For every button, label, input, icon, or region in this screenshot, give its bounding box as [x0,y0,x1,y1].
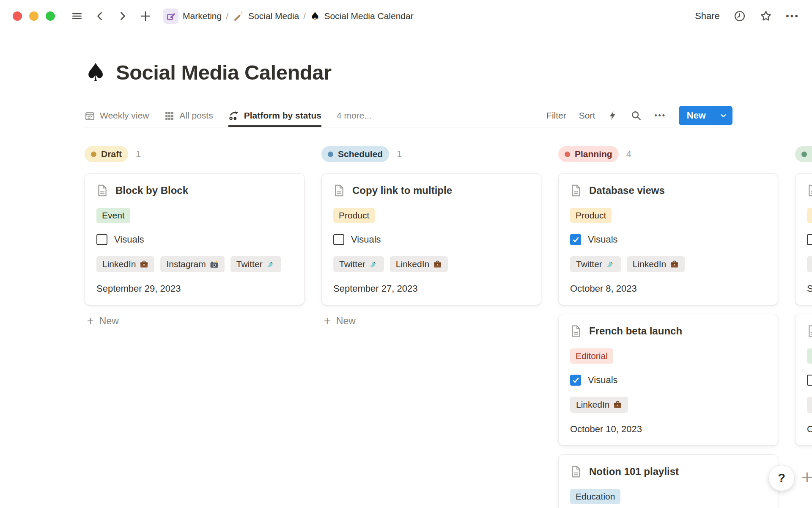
edge-add-button[interactable]: + [801,466,812,489]
column-count: 1 [397,149,402,160]
plus-icon: + [324,315,331,327]
visuals-checkbox[interactable] [570,375,581,386]
card-partial[interactable]: S [795,173,812,305]
add-card-button[interactable]: + New [321,314,541,329]
column-draft: Draft 1 Block by Block Event Visuals [85,146,304,329]
status-label: Draft [101,149,122,159]
page-icon [807,184,812,197]
page-icon [96,184,108,197]
status-pill[interactable]: Draft [85,146,128,162]
breadcrumb-label: Marketing [183,11,222,21]
status-pill[interactable] [795,146,812,162]
status-dot [565,152,570,157]
chevron-down-icon[interactable] [714,106,732,125]
page-icon [570,465,582,478]
checkbox-label: Visuals [588,234,618,245]
new-page-icon[interactable] [140,10,151,22]
toolbar-actions: Filter Sort ••• New [546,104,732,127]
bird-icon [369,260,378,269]
briefcase-icon [433,260,442,269]
tab-all-posts[interactable]: All posts [164,104,213,127]
card-date: O [807,424,812,435]
card-database-views[interactable]: Database views Product Visuals Twitter L… [558,173,778,305]
visuals-checkbox[interactable] [96,234,107,245]
breadcrumb-label: Social Media Calendar [324,11,413,21]
tab-weekly-view[interactable]: Weekly view [85,104,149,127]
page-icon [807,325,812,337]
card-date: S [807,283,812,294]
card-french-beta-launch[interactable]: French beta launch Editorial Visuals Lin… [558,314,778,446]
card-title: Database views [589,185,665,196]
breadcrumb-item-social-media[interactable]: Social Media [233,11,299,22]
column-header: Planning 4 [558,146,778,162]
tab-platform-by-status[interactable]: Platform by status [228,104,321,127]
page-header: ♠ Social Media Calendar [85,59,812,86]
status-pill[interactable]: Scheduled [321,146,389,162]
card-date: September 29, 2023 [96,283,293,294]
visuals-checkbox[interactable] [333,234,344,245]
breadcrumb: Marketing / Social Media / ♠ Social Medi… [163,8,414,24]
back-icon[interactable] [94,10,106,22]
page-spade-icon: ♠ [85,59,107,86]
search-icon[interactable] [631,110,642,121]
category-tag: Product [333,208,375,223]
card-copy-link-to-multiple[interactable]: Copy link to multiple Product Visuals Tw… [321,173,541,305]
help-button[interactable]: ? [768,465,795,491]
view-options-icon[interactable]: ••• [654,111,666,120]
sort-button[interactable]: Sort [579,110,595,121]
menu-icon[interactable] [71,10,83,22]
platform-tag: Instagram [160,256,224,272]
view-toolbar: Weekly view All posts Platform by status… [85,104,732,127]
card-date: September 27, 2023 [333,283,529,294]
breadcrumb-separator: / [303,11,306,21]
page-title[interactable]: Social Media Calendar [116,59,332,86]
platform-tag: LinkedIn [570,397,628,413]
category-tag: Product [570,208,612,223]
more-views-button[interactable]: 4 more... [337,104,372,127]
platform-label: LinkedIn [633,259,666,269]
history-icon[interactable] [733,10,746,22]
card-title: Notion 101 playlist [589,466,679,478]
new-button-label[interactable]: New [679,106,714,125]
zoom-button[interactable] [46,11,55,21]
breadcrumb-item-marketing[interactable]: Marketing [163,8,222,24]
visuals-checkbox[interactable] [570,234,581,245]
window-controls [13,11,55,21]
minimize-button[interactable] [29,11,38,21]
platform-tag: LinkedIn [96,256,154,272]
share-button[interactable]: Share [695,11,720,22]
breadcrumb-item-social-media-calendar[interactable]: ♠ Social Media Calendar [310,11,414,22]
spade-icon: ♠ [310,11,320,22]
status-pill[interactable]: Planning [558,146,619,162]
card-title: Copy link to multiple [352,185,452,196]
briefcase-icon [140,260,148,269]
card-notion-101-playlist[interactable]: Notion 101 playlist Education [558,454,778,508]
bird-icon [606,260,615,269]
add-card-button[interactable]: + New [85,314,304,329]
paintbrush-icon [163,8,178,24]
more-icon[interactable]: ••• [786,11,799,22]
platform-tag: L [807,397,812,413]
new-button[interactable]: New [679,106,732,125]
bird-icon [266,260,275,269]
bolt-icon[interactable] [608,110,618,121]
close-button[interactable] [13,11,22,21]
card-date: October 10, 2023 [570,424,766,435]
column-scheduled: Scheduled 1 Copy link to multiple Produc… [321,146,541,329]
forward-icon[interactable] [117,10,129,22]
filter-button[interactable]: Filter [546,110,566,121]
briefcase-icon [670,260,679,269]
card-partial[interactable]: L O [795,314,812,446]
card-block-by-block[interactable]: Block by Block Event Visuals LinkedIn In… [85,173,304,305]
tab-label: All posts [179,110,213,121]
star-icon[interactable] [760,10,772,22]
camera-icon [210,260,219,269]
status-dot [801,152,807,157]
visuals-checkbox[interactable] [807,234,812,245]
page-icon [570,325,582,337]
add-card-label: New [99,315,119,327]
page-icon [333,184,345,197]
platform-tag [807,256,812,272]
visuals-checkbox[interactable] [807,375,812,386]
column-count: 4 [626,149,631,160]
